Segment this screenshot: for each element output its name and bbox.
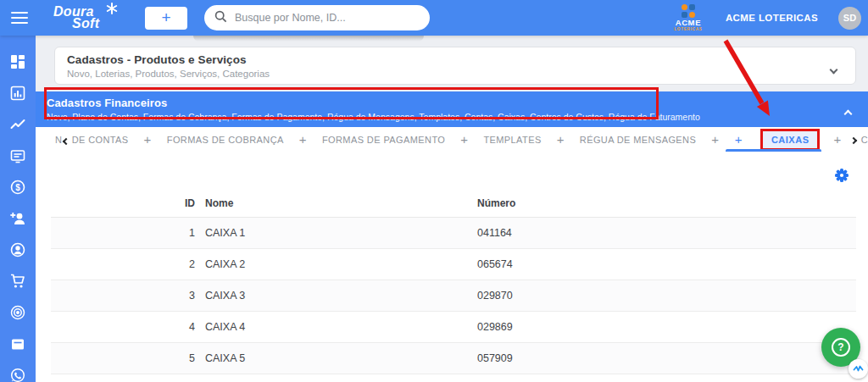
gear-icon	[834, 168, 849, 183]
org-name: ACME LOTERICAS	[726, 13, 818, 23]
sidebar-item-dashboard[interactable]	[8, 54, 28, 69]
add-tab-button[interactable]: +	[711, 134, 719, 146]
sidebar-item-whatsapp[interactable]	[8, 368, 28, 382]
col-header-nome: Nome	[195, 197, 471, 209]
tab-regua-de-mensagens[interactable]: RÉGUA DE MENSAGENS	[580, 135, 696, 145]
panel-financeiros-subtitle: Novo, Plano de Contas, Formas de Cobranç…	[47, 112, 854, 122]
acme-logo-icon	[682, 4, 695, 18]
sidebar-nav: $	[0, 36, 36, 382]
table-settings-button[interactable]	[834, 168, 849, 183]
sidebar-item-conta[interactable]	[8, 242, 28, 257]
sidebar-item-estoque[interactable]	[8, 336, 28, 352]
logo-text-bottom: Soft	[72, 18, 123, 30]
tab-caixas[interactable]: CAIXAS	[760, 129, 821, 151]
add-tab-button[interactable]: +	[833, 134, 841, 146]
add-tab-button[interactable]: +	[460, 134, 468, 146]
panel-financeiros-header[interactable]: Cadastros Financeiros Novo, Plano de Con…	[36, 91, 868, 127]
financeiros-tabbar: N DE CONTAS + FORMAS DE COBRANÇA + FORMA…	[36, 127, 868, 152]
sidebar-item-analytics[interactable]	[8, 86, 28, 101]
avatar[interactable]: SD	[838, 7, 861, 30]
question-mark-icon: ?	[832, 338, 850, 357]
col-header-id: ID	[51, 197, 195, 209]
sidebar-item-vendas[interactable]	[8, 274, 28, 289]
chevron-up-icon[interactable]	[845, 105, 851, 120]
search-dropdown-shadow	[193, 36, 424, 42]
add-tab-button[interactable]: +	[557, 134, 565, 146]
bar-chart-icon	[10, 86, 25, 101]
target-icon	[10, 305, 25, 320]
table-row[interactable]: 3 CAIXA 3 029870	[51, 280, 856, 312]
snowflake-icon	[106, 3, 118, 16]
dashboard-icon	[10, 54, 25, 69]
sidebar-item-panel[interactable]	[8, 148, 28, 163]
panel-produtos-subtitle: Novo, Loterias, Produtos, Serviços, Cate…	[67, 69, 842, 79]
search-icon	[214, 10, 227, 26]
chevron-down-icon[interactable]	[831, 61, 837, 76]
search-input[interactable]	[235, 12, 413, 24]
archive-box-icon	[10, 336, 25, 352]
add-tab-button[interactable]: +	[735, 134, 743, 146]
col-header-numero: Número	[471, 197, 856, 209]
table-row[interactable]: 1 CAIXA 1 041164	[51, 218, 856, 249]
add-user-icon	[10, 211, 26, 226]
top-header: Doura Soft + ACME LOTERICAS ACME LOTERIC…	[0, 0, 868, 36]
svg-text:$: $	[15, 183, 20, 192]
search-bar[interactable]	[204, 5, 430, 30]
table-header-row: ID Nome Número	[51, 189, 856, 218]
main-content: Cadastros - Produtos e Serviços Novo, Lo…	[36, 36, 868, 382]
quick-add-button[interactable]: +	[145, 7, 187, 30]
active-tab-group: + CAIXAS	[724, 127, 824, 152]
table-row[interactable]: 4 CAIXA 4 029869	[51, 312, 856, 343]
caixas-table-panel: ID Nome Número 1 CAIXA 1 041164 2 CAIXA …	[36, 152, 868, 382]
sidebar-item-novo-cliente[interactable]	[8, 211, 28, 226]
panel-produtos-title: Cadastros - Produtos e Serviços	[67, 53, 842, 66]
cart-icon	[10, 274, 25, 289]
add-tab-button[interactable]: +	[299, 134, 307, 146]
trend-line-icon	[10, 117, 25, 132]
tab-next-partial[interactable]: C	[861, 135, 868, 145]
panel-financeiros-title: Cadastros Financeiros	[47, 97, 854, 109]
add-tab-button[interactable]: +	[144, 134, 152, 146]
table-row[interactable]: 2 CAIXA 2 065674	[51, 249, 856, 280]
tab-templates[interactable]: TEMPLATES	[483, 135, 541, 145]
chat-widget-badge[interactable]	[849, 359, 868, 379]
org-logo-subtitle: LOTERICAS	[674, 27, 702, 32]
chat-pulse-icon	[852, 363, 865, 375]
sidebar-item-trends[interactable]	[8, 117, 28, 132]
tab-formas-de-cobranca[interactable]: FORMAS DE COBRANÇA	[167, 135, 284, 145]
caixas-table: ID Nome Número 1 CAIXA 1 041164 2 CAIXA …	[51, 189, 856, 374]
sidebar-item-metas[interactable]	[8, 305, 28, 320]
scroll-right-icon[interactable]	[851, 135, 856, 145]
account-icon	[10, 242, 25, 257]
whatsapp-icon	[10, 368, 25, 382]
display-icon	[10, 148, 25, 163]
scroll-left-icon[interactable]	[64, 136, 69, 146]
panel-produtos-servicos[interactable]: Cadastros - Produtos e Serviços Novo, Lo…	[54, 47, 856, 85]
sidebar-item-financeiro[interactable]: $	[8, 180, 28, 195]
dollar-icon: $	[10, 180, 25, 195]
menu-icon[interactable]	[11, 12, 28, 24]
tabbar-right-cluster: + CAIXAS + C	[721, 127, 868, 152]
app-logo[interactable]: Doura Soft	[53, 6, 123, 30]
tab-formas-de-pagamento[interactable]: FORMAS DE PAGAMENTO	[322, 135, 445, 145]
org-logo-title: ACME	[676, 19, 701, 27]
table-row[interactable]: 5 CAIXA 5 057909	[51, 343, 856, 374]
org-logo: ACME LOTERICAS	[670, 4, 707, 32]
